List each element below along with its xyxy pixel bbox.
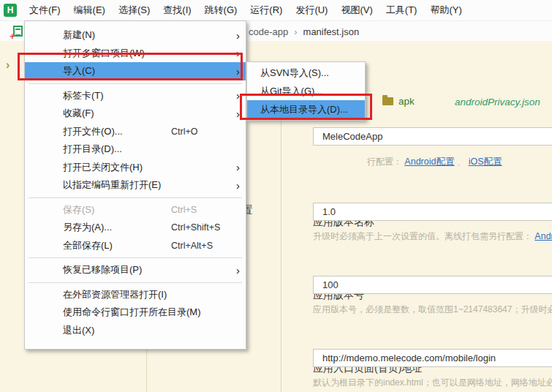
import-submenu-item[interactable]: 从SVN导入(S)... <box>247 64 365 82</box>
menu-separator <box>25 279 246 286</box>
menu-item-label: 从SVN导入(S)... <box>260 67 359 80</box>
menubar-item-label: 运行(R) <box>250 4 282 15</box>
folder-icon <box>382 97 393 105</box>
menubar-item[interactable]: 选择(S) <box>112 0 156 20</box>
menubar-item[interactable]: 编辑(E) <box>67 0 112 20</box>
menu-item-shortcut: Ctrl+Alt+S <box>171 241 230 251</box>
menubar-item-label: 工具(T) <box>386 4 417 15</box>
menu-item-label: 打开文件(O)... <box>63 125 171 138</box>
ios-config-link[interactable]: iOS配置 <box>469 157 502 167</box>
menubar-item[interactable]: 跳转(G) <box>198 0 244 20</box>
menubar-item[interactable]: 查找(I) <box>156 0 197 20</box>
submenu-arrow-icon <box>230 161 240 173</box>
hbuilderx-logo: H <box>4 4 17 17</box>
menu-item-shortcut: Ctrl+S <box>171 205 230 215</box>
menubar-item-label: 文件(F) <box>29 4 61 15</box>
submenu-arrow-icon <box>230 89 240 102</box>
version-code-description: 应用版本号，必须是整数，取值范围1~2147483647；升级时必 <box>313 304 552 316</box>
version-code-input[interactable] <box>313 276 552 294</box>
menubar-item[interactable]: 文件(F) <box>23 0 67 20</box>
file-menu-item[interactable]: 收藏(F) <box>25 105 246 123</box>
entry-page-description: 默认为根目录下的index.html；也可以是网络地址，网络地址必 <box>313 377 552 389</box>
breadcrumb-file[interactable]: manifest.json <box>303 26 360 37</box>
menu-item-shortcut: Ctrl+O <box>171 127 230 137</box>
file-menu-item[interactable]: 恢复已移除项目(P) <box>25 261 246 279</box>
menu-separator <box>25 195 246 201</box>
menu-item-label: 收藏(F) <box>63 107 171 120</box>
app-name-description: 行配置： Android配置 、 iOS配置 <box>367 156 502 168</box>
menubar-item[interactable]: 发行(U) <box>289 0 334 20</box>
menubar-item-label: 帮助(Y) <box>430 4 461 15</box>
menu-item-label: 在外部资源管理器打开(I) <box>63 288 171 301</box>
hbuilderx-window: manifest.json apk androidPrivacy.json 行配… <box>0 0 552 392</box>
tab-apk-label: apk <box>398 96 415 107</box>
tab-apk-folder[interactable]: apk <box>382 96 415 107</box>
menubar-item[interactable]: 运行(R) <box>243 0 289 20</box>
menu-item-label: 以指定编码重新打开(E) <box>63 178 171 192</box>
menubar-item-label: 查找(I) <box>163 4 191 15</box>
breadcrumb-separator-icon: › <box>294 26 297 37</box>
version-name-desc-text: 升级时必须高于上一次设置的值。离线打包需另行配置： <box>313 231 532 241</box>
menubar-item-label: 视图(V) <box>341 4 372 15</box>
menubar-item[interactable]: 帮助(Y) <box>423 0 468 20</box>
menu-item-label: 打开目录(D)... <box>63 143 171 156</box>
menubar-items: 文件(F) 编辑(E) 选择(S) 查找(I) 跳转(G) <box>23 0 469 20</box>
tab-android-privacy[interactable]: androidPrivacy.json <box>455 97 540 108</box>
menu-item-label: 新建(N) <box>63 29 171 42</box>
menu-item-label: 打开已关闭文件(H) <box>63 161 171 174</box>
file-menu-item[interactable]: 标签卡(T) <box>25 87 246 105</box>
submenu-arrow-icon <box>230 264 240 276</box>
submenu-arrow-icon <box>230 108 240 120</box>
link-separator: 、 <box>457 157 466 167</box>
file-menu-item[interactable]: 保存(S) Ctrl+S <box>25 201 246 219</box>
chevron-right-icon[interactable]: › <box>6 59 10 72</box>
menu-separator <box>25 80 246 87</box>
file-menu-item[interactable]: 全部保存(L) Ctrl+Alt+S <box>25 237 246 255</box>
file-menu-item[interactable]: 打开目录(D)... <box>25 140 246 159</box>
submenu-arrow-icon <box>230 179 240 192</box>
menu-item-label: 恢复已移除项目(P) <box>63 263 171 276</box>
breadcrumb: code-app › manifest.json <box>249 21 359 42</box>
menu-item-shortcut: Ctrl+Shift+S <box>171 222 230 233</box>
breadcrumb-project[interactable]: code-app <box>249 26 288 37</box>
menubar-item-label: 发行(U) <box>295 4 328 15</box>
android-config-link[interactable]: Android配置 <box>404 157 454 167</box>
app-name-input[interactable] <box>313 127 552 146</box>
entry-page-input[interactable] <box>313 349 552 367</box>
menubar-item-label: 选择(S) <box>118 4 150 15</box>
android-offline-config-link[interactable]: Andr <box>534 231 552 241</box>
manifest-sidebar-divider <box>281 73 281 392</box>
menu-item-label: 另存为(A)... <box>63 221 171 234</box>
menubar-item-label: 跳转(G) <box>205 4 238 15</box>
version-name-input[interactable] <box>313 203 552 221</box>
menu-item-label: 全部保存(L) <box>63 239 171 252</box>
menubar-item[interactable]: 视图(V) <box>334 0 379 20</box>
file-menu-item[interactable]: 打开已关闭文件(H) <box>25 159 246 177</box>
menu-item-label: 保存(S) <box>63 203 171 216</box>
plus-glyph: + <box>10 31 15 41</box>
submenu-arrow-icon <box>230 29 240 42</box>
menubar-item[interactable]: 工具(T) <box>379 0 424 20</box>
highlight-box-import-local <box>240 94 372 120</box>
highlight-box-import <box>18 53 243 80</box>
menu-item-label: 使用命令行窗口打开所在目录(M) <box>63 306 171 319</box>
file-menu-item[interactable]: 新建(N) <box>25 26 246 45</box>
file-menu-item[interactable]: 退出(X) <box>25 322 246 340</box>
file-menu-item[interactable]: 另存为(A)... Ctrl+Shift+S <box>25 219 246 237</box>
menu-separator <box>25 255 246 261</box>
menu-item-label: 退出(X) <box>63 324 171 337</box>
file-menu-item[interactable]: 打开文件(O)... Ctrl+O <box>25 123 246 141</box>
file-menu-item[interactable]: 以指定编码重新打开(E) <box>25 176 246 195</box>
file-menu-item[interactable]: 使用命令行窗口打开所在目录(M) <box>25 304 246 322</box>
file-menu-item[interactable]: 在外部资源管理器打开(I) <box>25 286 246 304</box>
new-file-icon[interactable]: + <box>10 25 23 39</box>
menubar: H 文件(F) 编辑(E) 选择(S) 查找(I) <box>0 0 552 20</box>
version-name-description: 升级时必须高于上一次设置的值。离线打包需另行配置： Andr <box>313 230 552 243</box>
menubar-item-label: 编辑(E) <box>74 4 105 15</box>
app-name-desc-fragment: 行配置： <box>367 157 402 167</box>
menu-item-label: 标签卡(T) <box>63 89 171 102</box>
